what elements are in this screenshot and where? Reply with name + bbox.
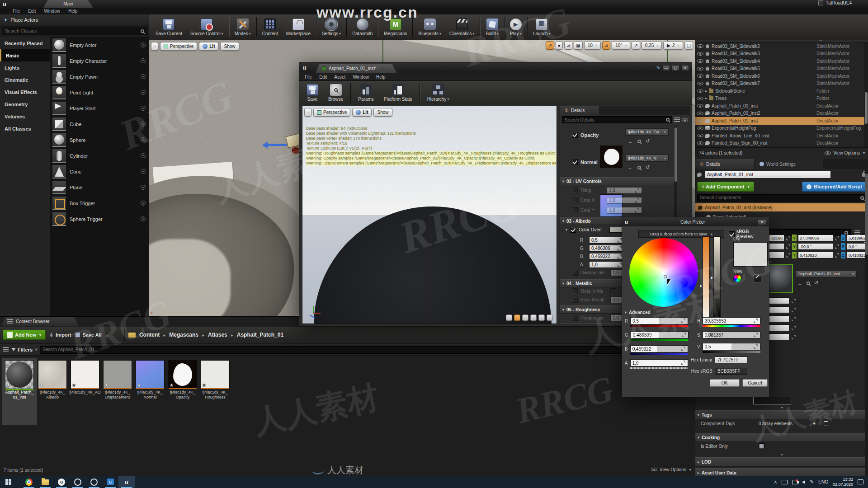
camera-speed-button[interactable]: ▶2▾: [663, 41, 683, 50]
launch-button[interactable]: Launch▾: [530, 18, 553, 37]
menu-edit[interactable]: Edit: [28, 9, 36, 14]
forward-button[interactable]: →: [115, 332, 121, 338]
rotation-snap-button[interactable]: ⊿: [602, 41, 610, 50]
actor-empty-actor[interactable]: Empty Actor: [50, 37, 149, 53]
saturation-value-field[interactable]: 0,081357: [703, 331, 760, 338]
datasmith-button[interactable]: Datasmith: [349, 18, 375, 37]
add-element-icon[interactable]: +: [813, 421, 816, 426]
hierarchy-button[interactable]: Hierarchy▾: [425, 83, 452, 103]
tags-section-header[interactable]: ▾Tags: [695, 410, 868, 419]
normal-texture-dropdown[interactable]: tj4lac1dy_4K_N▾: [625, 155, 669, 162]
taskbar-obs[interactable]: [70, 476, 86, 488]
place-actors-search[interactable]: [2, 27, 147, 35]
details-tab[interactable]: ①Details: [695, 159, 754, 169]
color-theme-dropdown[interactable]: Drag & drop colors here to save▾: [638, 230, 724, 238]
visibility-eye-icon[interactable]: [697, 133, 703, 138]
taskbar-clock[interactable]: 13:3202.07.2020: [833, 477, 853, 487]
actor-cylinder[interactable]: Cylinder: [50, 148, 149, 164]
notification-center-icon[interactable]: [858, 479, 863, 484]
perspective-button[interactable]: Perspective: [160, 42, 197, 51]
menu-window[interactable]: Window: [353, 75, 369, 80]
taskbar-chrome[interactable]: [21, 476, 37, 488]
category-basic[interactable]: Basic: [0, 49, 50, 61]
marketplace-button[interactable]: Marketplace: [283, 18, 313, 37]
color-picker-titlebar[interactable]: u Color Picker ✕: [622, 217, 769, 226]
level-tab[interactable]: Main: [43, 0, 93, 8]
details-scrollbar[interactable]: [865, 169, 868, 476]
asset-asphalt-patch-01-inst[interactable]: ★ Asphalt_Patch_01_inst: [4, 360, 35, 400]
color-overlay-checkbox[interactable]: [570, 227, 576, 233]
green-value-field[interactable]: 0,486309: [631, 331, 689, 338]
params-button[interactable]: Params: [355, 83, 376, 103]
lod-section-header[interactable]: ▸LOD: [695, 457, 868, 467]
minimize-button[interactable]: —: [662, 65, 670, 71]
category-lights[interactable]: Lights: [0, 61, 50, 74]
modes-button[interactable]: Modes▾: [232, 18, 254, 37]
preview-show-button[interactable]: Show: [373, 108, 392, 117]
close-icon[interactable]: ✕: [757, 219, 766, 225]
content-button[interactable]: Content: [259, 18, 281, 37]
outliner-row[interactable]: Road03_SM_Sidewalk6StaticMeshActor: [695, 72, 864, 80]
tiling-checkbox[interactable]: [572, 188, 578, 193]
cinematics-button[interactable]: Cinematics▾: [447, 18, 477, 37]
outliner-row-folder[interactable]: ▸TreesFolder: [695, 95, 864, 103]
preview-grid-icon[interactable]: [547, 314, 553, 321]
visibility-eye-icon[interactable]: [697, 141, 703, 146]
actor-sphere[interactable]: Sphere: [50, 132, 149, 148]
blue-value-field[interactable]: 0,459322: [630, 345, 688, 352]
grid-snap-value[interactable]: 10▾: [584, 41, 601, 50]
content-browser-tab[interactable]: Content Browser: [2, 317, 79, 326]
scale-y-field[interactable]: 0,410823: [798, 252, 833, 258]
maximize-viewport-button[interactable]: ▢: [684, 41, 693, 50]
visibility-eye-icon[interactable]: [697, 51, 703, 56]
display-filter-eye-icon[interactable]: [682, 117, 688, 122]
details-search-input[interactable]: [565, 117, 666, 122]
save-button[interactable]: Save: [304, 83, 321, 103]
save-current-button[interactable]: Save Current: [153, 18, 185, 37]
red-value-field[interactable]: 0,5: [630, 317, 688, 324]
property-field[interactable]: [753, 397, 791, 404]
base-metallic-checkbox[interactable]: [572, 297, 578, 303]
sources-panel-icon[interactable]: [3, 347, 9, 352]
actor-player-start[interactable]: Player Start: [50, 100, 149, 116]
is-editor-only-checkbox[interactable]: [759, 443, 764, 449]
actor-empty-pawn[interactable]: Empty Pawn: [50, 69, 149, 84]
blueprints-button[interactable]: Blueprints▾: [415, 18, 443, 37]
overlay-intensity-checkbox[interactable]: [572, 270, 578, 276]
category-geometry[interactable]: Geometry: [0, 98, 50, 110]
actor-name-input[interactable]: [707, 172, 828, 177]
visibility-eye-icon[interactable]: [697, 81, 703, 86]
saturation-slider[interactable]: [703, 236, 710, 319]
reset-icon[interactable]: ↺: [646, 164, 650, 170]
start-button[interactable]: [0, 476, 16, 488]
visibility-eye-icon[interactable]: [697, 118, 703, 123]
back-button[interactable]: ←: [105, 332, 111, 338]
preview-perspective-button[interactable]: Perspective: [313, 108, 350, 117]
menu-file[interactable]: File: [305, 75, 312, 80]
visibility-eye-icon[interactable]: [697, 126, 703, 131]
outliner-row[interactable]: Road03_SM_Sidewalk3StaticMeshActor: [695, 50, 864, 58]
actor-empty-character[interactable]: Empty Character: [50, 53, 149, 69]
actor-name-field[interactable]: [704, 171, 831, 178]
breadcrumb-current-folder[interactable]: Asphalt_Patch_01: [237, 332, 283, 338]
albedo-g-field[interactable]: 0,486309: [589, 245, 624, 252]
uv-controls-section-header[interactable]: ▾02 - UV Controls: [560, 177, 674, 185]
breadcrumb-atlases[interactable]: Atlases: [208, 332, 227, 338]
menu-help[interactable]: Help: [68, 9, 78, 14]
browse-to-asset-icon[interactable]: [807, 282, 810, 285]
browse-to-asset-icon[interactable]: [637, 166, 641, 169]
breadcrumb-megascans[interactable]: Megascans: [169, 332, 198, 338]
window-titlebar[interactable]: u Main TutRoadUE4: [0, 0, 868, 8]
value-value-field[interactable]: 0,5: [703, 343, 760, 350]
scale-snap-button[interactable]: ↗: [632, 41, 640, 50]
taskbar-recorder[interactable]: [86, 476, 102, 488]
actor-box-trigger[interactable]: Box Trigger: [50, 195, 149, 211]
rotation-snap-value[interactable]: 10°▾: [612, 41, 630, 50]
asset-search-input[interactable]: [42, 347, 689, 352]
alpha-value-field[interactable]: 1,0: [630, 359, 688, 366]
source-control-button[interactable]: Source Control▾: [188, 18, 226, 37]
menu-edit[interactable]: Edit: [319, 75, 327, 80]
asset-normal[interactable]: ★ tj4lac1dy_4K_Normal: [134, 360, 166, 400]
decal-material-dropdown[interactable]: Asphalt_Patch_01_inst▾: [796, 270, 857, 277]
tiling-field[interactable]: 1,0: [607, 187, 642, 194]
